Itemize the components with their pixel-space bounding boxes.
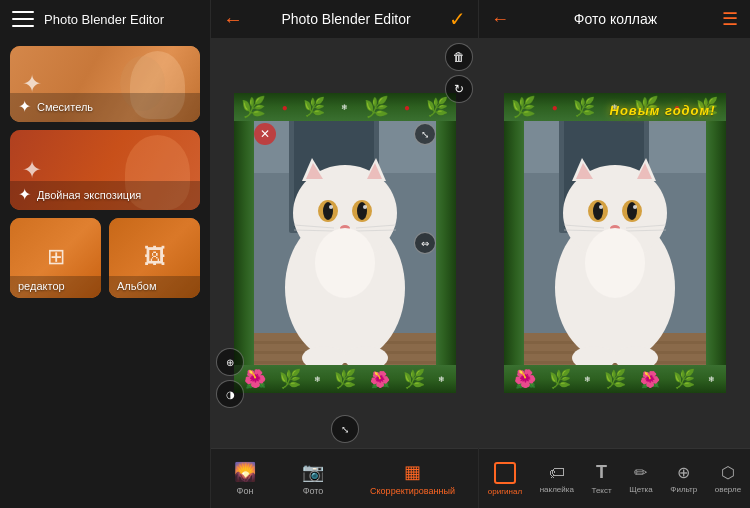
resize-control[interactable]: ⤡ [414,123,436,145]
text-label: Текст [591,486,611,495]
frame-top: 🌿 ● 🌿 ❄ 🌿 ● 🌿 [234,93,456,121]
album-label-overlay: Альбом [109,276,200,298]
fon-icon: 🌄 [234,461,256,483]
editor-album-row: ⊞ редактор 🖼 Альбом [10,218,200,298]
double-exp-star-icon: ✦ [18,185,31,204]
filter-icon: ⊕ [677,463,690,482]
double-exposure-label: Двойная экспозиция [37,189,141,201]
ny-text-overlay: Новым годом! [610,103,716,118]
frame-left [234,121,254,365]
middle-toolbar: 🌄 Фон 📷 Фото ▦ Скорректированный [211,448,478,508]
right-frame-bottom: 🌺 🌿 ❄ 🌿 🌺 🌿 ❄ [504,365,726,393]
right-title: Фото коллаж [574,11,657,27]
right-canvas: 🌿 ● 🌿 ❄ 🌿 ● 🌿 🌺 🌿 ❄ 🌿 🌺 🌿 ❄ [479,38,750,448]
canvas-float-controls: 🗑 ↻ [445,43,473,103]
brush-icon: ✏ [634,463,647,482]
svg-point-46 [593,202,603,220]
right-toolbar: оригинал 🏷 наклейка T Текст ✏ Щетка ⊕ Фи… [479,448,750,508]
text-tool[interactable]: T Текст [587,458,615,499]
svg-point-19 [329,205,333,209]
filter-label: Фильтр [670,485,697,494]
svg-point-55 [585,228,645,298]
middle-title: Photo Blender Editor [281,11,410,27]
svg-point-26 [315,228,375,298]
delete-control[interactable]: ✕ [254,123,276,145]
svg-point-18 [357,202,367,220]
mixer-label: Смеситель [37,101,93,113]
svg-point-48 [599,205,603,209]
fon-label: Фон [237,486,254,496]
text-icon: T [596,462,607,483]
mixer-star-icon: ✦ [18,97,31,116]
sticker-icon: 🏷 [549,464,565,482]
filter-tool[interactable]: ⊕ Фильтр [666,459,701,498]
menu-cards: ✦ ✦ Смеситель ✦ ✦ Двойная экспозиция ⊞ [0,38,210,508]
layers-button[interactable]: ⊕ [216,348,244,376]
right-menu-button[interactable]: ☰ [722,8,738,30]
corrected-icon: ▦ [404,461,421,483]
svg-point-20 [363,205,367,209]
album-card[interactable]: 🖼 Альбом [109,218,200,298]
right-back-button[interactable]: ← [491,9,509,30]
foto-icon: 📷 [302,461,324,483]
mixer-card[interactable]: ✦ ✦ Смеситель [10,46,200,122]
rotate-button[interactable]: ↻ [445,75,473,103]
corrected-label: Скорректированный [370,486,455,496]
canvas-bottom-controls: ⤡ [331,415,359,443]
zoom-button[interactable]: ⤡ [331,415,359,443]
original-tool[interactable]: оригинал [484,458,526,500]
middle-back-button[interactable]: ← [223,8,243,31]
trash-button[interactable]: 🗑 [445,43,473,71]
right-frame-left [504,121,524,365]
left-panel: Photo Blender Editor ✦ ✦ Смеситель ✦ [0,0,210,508]
sticker-label: наклейка [540,485,574,494]
svg-point-17 [323,202,333,220]
overlay-tool[interactable]: ⬡ оверле [711,459,745,498]
right-header: ← Фото коллаж ☰ [479,0,750,38]
right-frame-right [706,121,726,365]
mixer-label-overlay: ✦ Смеситель [10,93,200,122]
hamburger-menu-icon[interactable] [12,11,34,27]
middle-check-button[interactable]: ✓ [449,7,466,31]
frame-right [436,121,456,365]
compare-button[interactable]: ◑ [216,380,244,408]
original-icon [494,462,516,484]
canvas-left-controls: ⊕ ◑ [216,348,244,408]
adjust-right-control[interactable]: ⇔ [414,232,436,254]
svg-point-47 [627,202,637,220]
corrected-tool[interactable]: ▦ Скорректированный [362,457,463,500]
fon-tool[interactable]: 🌄 Фон [226,457,264,500]
middle-panel: ← Photo Blender Editor ✓ [210,0,478,508]
brush-label: Щетка [629,485,652,494]
editor-label-overlay: редактор [10,276,101,298]
svg-point-49 [633,205,637,209]
right-photo-frame: 🌿 ● 🌿 ❄ 🌿 ● 🌿 🌺 🌿 ❄ 🌿 🌺 🌿 ❄ [504,93,726,393]
middle-header: ← Photo Blender Editor ✓ [211,0,478,38]
overlay-icon: ⬡ [721,463,735,482]
original-label: оригинал [488,487,522,496]
right-panel: ← Фото коллаж ☰ [478,0,750,508]
editor-card[interactable]: ⊞ редактор [10,218,101,298]
double-exposure-label-overlay: ✦ Двойная экспозиция [10,181,200,210]
double-exposure-card[interactable]: ✦ ✦ Двойная экспозиция [10,130,200,210]
sticker-tool[interactable]: 🏷 наклейка [536,460,578,498]
brush-tool[interactable]: ✏ Щетка [625,459,656,498]
right-cat-image [504,93,726,393]
overlay-label: оверле [715,485,741,494]
app-title: Photo Blender Editor [44,12,164,27]
photo-editor-frame: 🌿 ● 🌿 ❄ 🌿 ● 🌿 🌺 🌿 ❄ 🌿 🌺 🌿 ❄ [234,93,456,393]
left-header: Photo Blender Editor [0,0,210,38]
album-label: Альбом [117,280,156,292]
foto-tool[interactable]: 📷 Фото [294,457,332,500]
middle-canvas: 🌿 ● 🌿 ❄ 🌿 ● 🌿 🌺 🌿 ❄ 🌿 🌺 🌿 ❄ [211,38,478,448]
editor-label: редактор [18,280,65,292]
foto-label: Фото [303,486,324,496]
frame-bottom: 🌺 🌿 ❄ 🌿 🌺 🌿 ❄ [234,365,456,393]
